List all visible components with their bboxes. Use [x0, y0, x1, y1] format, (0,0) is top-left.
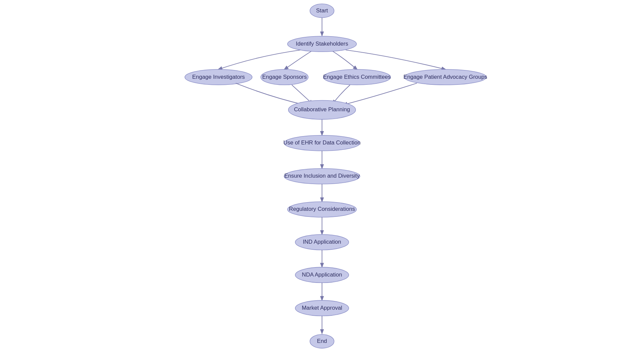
engage-advocacy-label: Engage Patient Advocacy Groups [404, 74, 487, 80]
diagram-container: Start Identify Stakeholders Engage Inves… [0, 0, 644, 362]
market-approval-label: Market Approval [302, 305, 342, 311]
identify-stakeholders-label: Identify Stakeholders [296, 41, 348, 47]
engage-investigators-label: Engage Investigators [192, 74, 245, 80]
engage-ethics-label: Engage Ethics Committees [323, 74, 390, 80]
start-label: Start [316, 7, 328, 14]
inclusion-label: Ensure Inclusion and Diversity [284, 173, 360, 179]
regulatory-label: Regulatory Considerations [289, 206, 355, 212]
ind-label: IND Application [303, 239, 341, 245]
nda-label: NDA Application [302, 272, 342, 278]
ehr-label: Use of EHR for Data Collection [283, 139, 361, 146]
end-label: End [317, 338, 327, 344]
engage-sponsors-label: Engage Sponsors [262, 74, 307, 80]
collaborative-planning-label: Collaborative Planning [294, 106, 350, 113]
